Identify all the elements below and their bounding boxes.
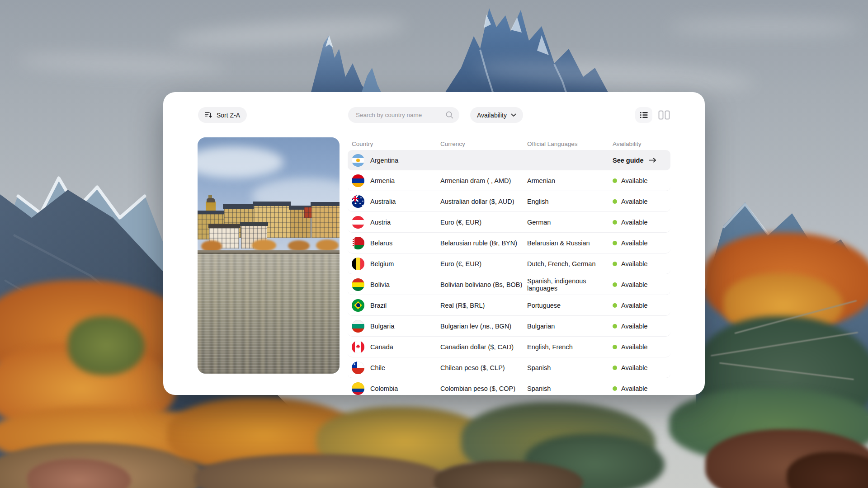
country-cell: Armenia — [348, 174, 440, 187]
australia-flag-icon — [352, 195, 364, 208]
currency-value: Euro (€, EUR) — [440, 260, 527, 267]
country-cell: Austria — [348, 216, 440, 229]
available-dot-icon — [613, 262, 617, 266]
table-row[interactable]: Bulgaria Bulgarian lev (лв., BGN) Bulgar… — [348, 316, 670, 337]
list-view-toggle[interactable] — [635, 107, 652, 123]
country-name: Bolivia — [370, 281, 390, 288]
availability-status: Available — [613, 177, 648, 184]
currency-value: Armenian dram ( , AMD) — [440, 177, 527, 184]
availability-label: Available — [621, 281, 648, 288]
country-cell: Belarus — [348, 237, 440, 249]
table-row[interactable]: Chile Chilean peso ($, CLP) Spanish Avai… — [348, 357, 670, 378]
country-name: Brazil — [370, 302, 387, 309]
availability-status: Available — [613, 260, 648, 267]
available-dot-icon — [613, 199, 617, 204]
availability-cell: Available — [613, 323, 670, 330]
argentina-flag-icon — [352, 154, 364, 167]
availability-label: Available — [621, 323, 648, 330]
languages-value: Portuguese — [527, 302, 613, 309]
available-dot-icon — [613, 220, 617, 225]
availability-status: Available — [613, 198, 648, 205]
availability-status: Available — [613, 364, 648, 371]
languages-value: Spanish, indigenous languages — [527, 277, 613, 292]
table-row[interactable]: Austria Euro (€, EUR) German Available — [348, 212, 670, 233]
availability-label: Available — [621, 260, 648, 267]
colombia-flag-icon — [352, 382, 364, 395]
availability-filter-dropdown[interactable]: Availability — [470, 107, 523, 123]
languages-value: Belarusian & Russian — [527, 239, 613, 247]
country-name: Austria — [370, 219, 391, 226]
availability-status: Available — [613, 281, 648, 288]
foliage-blob — [68, 316, 145, 375]
search-icon[interactable] — [445, 111, 454, 119]
chevron-down-icon — [511, 113, 516, 117]
brazil-flag-icon — [352, 299, 364, 312]
availability-cell: Available — [613, 385, 670, 392]
table-row[interactable]: Belarus Belarusian ruble (Br, BYN) Belar… — [348, 233, 670, 253]
availability-cell: Available — [613, 260, 670, 267]
chile-flag-icon — [352, 361, 364, 374]
sort-button[interactable]: Sort Z-A — [198, 107, 247, 123]
availability-label: Available — [621, 302, 648, 309]
country-name: Belarus — [370, 239, 392, 247]
languages-value: Spanish — [527, 385, 613, 392]
available-dot-icon — [613, 324, 617, 328]
column-header-languages: Official Languages — [527, 141, 613, 147]
cloud — [669, 18, 859, 36]
table-row[interactable]: Armenia Armenian dram ( , AMD) Armenian … — [348, 170, 670, 191]
table-row[interactable]: Canada Canadian dollar ($, CAD) English,… — [348, 337, 670, 357]
table-row[interactable]: Argentina See guide — [348, 150, 670, 170]
table-row[interactable]: Colombia Colombian peso ($, COP) Spanish… — [348, 378, 670, 399]
currency-value: Real (R$, BRL) — [440, 302, 527, 309]
currency-value: Bolivian boliviano (Bs, BOB) — [440, 281, 527, 288]
country-name: Colombia — [370, 385, 398, 392]
country-cell: Bolivia — [348, 278, 440, 291]
search-input[interactable] — [355, 111, 441, 119]
availability-cell: Available — [613, 281, 670, 288]
country-cell: Chile — [348, 361, 440, 374]
languages-value: German — [527, 219, 613, 226]
see-guide-label: See guide — [613, 157, 644, 164]
country-name: Belgium — [370, 260, 394, 267]
country-table-body: Argentina See guide Armenia Armenian dra… — [348, 150, 670, 399]
languages-value: Armenian — [527, 177, 613, 184]
available-dot-icon — [613, 366, 617, 370]
bolivia-flag-icon — [352, 278, 364, 291]
austria-flag-icon — [352, 216, 364, 229]
country-name: Chile — [370, 364, 385, 371]
availability-label: Available — [621, 219, 648, 226]
languages-value: Dutch, French, German — [527, 260, 613, 267]
country-name: Bulgaria — [370, 323, 394, 330]
column-header-country: Country — [348, 141, 440, 147]
list-icon — [640, 112, 648, 118]
country-table: Country Currency Official Languages Avai… — [348, 139, 670, 399]
available-dot-icon — [613, 303, 617, 308]
table-row[interactable]: Brazil Real (R$, BRL) Portuguese Availab… — [348, 295, 670, 316]
arrow-right-icon — [649, 157, 656, 163]
country-cell: Australia — [348, 195, 440, 208]
availability-label: Available — [621, 177, 648, 184]
table-row[interactable]: Australia Australian dollar ($, AUD) Eng… — [348, 191, 670, 212]
see-guide-link[interactable]: See guide — [613, 157, 656, 164]
table-row[interactable]: Bolivia Bolivian boliviano (Bs, BOB) Spa… — [348, 274, 670, 295]
languages-value: English, French — [527, 343, 613, 351]
currency-value: Belarusian ruble (Br, BYN) — [440, 239, 527, 247]
currency-value: Euro (€, EUR) — [440, 219, 527, 226]
availability-cell: Available — [613, 177, 670, 184]
country-name: Canada — [370, 343, 393, 351]
sort-descending-icon — [205, 112, 212, 118]
availability-status: Available — [613, 323, 648, 330]
available-dot-icon — [613, 345, 617, 349]
country-cell: Colombia — [348, 382, 440, 395]
country-name: Australia — [370, 198, 396, 205]
languages-value: Spanish — [527, 364, 613, 371]
bulgaria-flag-icon — [352, 320, 364, 333]
table-row[interactable]: Belgium Euro (€, EUR) Dutch, French, Ger… — [348, 253, 670, 274]
availability-status: Available — [613, 343, 648, 351]
grid-view-toggle[interactable] — [658, 110, 670, 120]
languages-value: English — [527, 198, 613, 205]
country-name: Argentina — [370, 157, 398, 164]
column-header-currency: Currency — [440, 141, 527, 147]
country-cell: Canada — [348, 341, 440, 353]
availability-cell: Available — [613, 364, 670, 371]
